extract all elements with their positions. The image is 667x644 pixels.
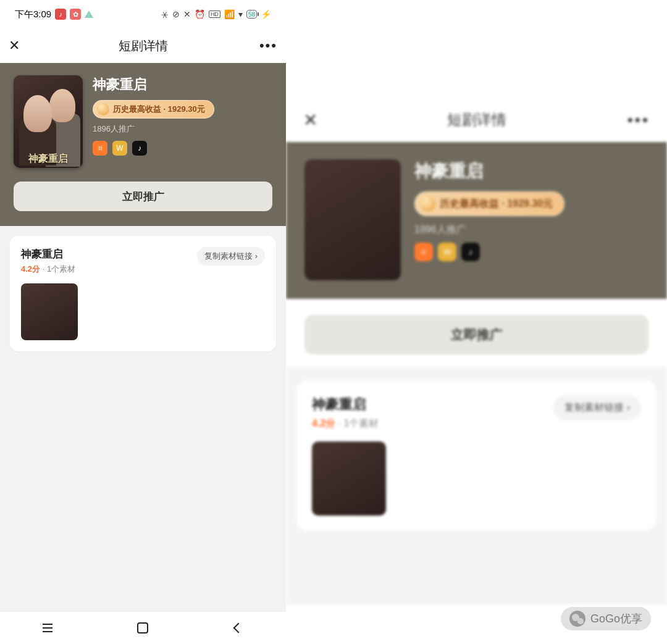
more-icon[interactable]: ••• <box>259 38 277 54</box>
right-hero-section: 神豪重启 神豪重启 历史最高收益 · 1929.30元 1896人推广 ⌗ W … <box>286 142 667 299</box>
promoter-count: 1896人推广 <box>93 123 272 135</box>
nav-menu-button[interactable] <box>40 621 55 635</box>
right-platform-row: ⌗ W ♪ <box>414 243 648 261</box>
android-nav-bar <box>0 612 286 644</box>
right-close-icon[interactable]: ✕ <box>303 110 317 130</box>
right-earnings-badge: 历史最高收益 · 1929.30元 <box>414 191 564 216</box>
wifi-icon: ▾ <box>238 9 243 19</box>
weixin-icon: W <box>112 141 127 156</box>
nav-back-button[interactable] <box>231 621 246 635</box>
right-material-count: 1个素材 <box>344 418 379 429</box>
right-more-icon[interactable]: ••• <box>627 111 650 130</box>
right-weixin-icon: W <box>438 243 456 261</box>
page-title: 短剧详情 <box>0 38 286 54</box>
material-thumbnail[interactable]: 神豪重启 <box>21 283 78 340</box>
drama-title: 神豪重启 <box>93 75 272 94</box>
copy-material-link-button[interactable]: 复制素材链接 › <box>197 247 265 266</box>
right-title-bar: ✕ 短剧详情 ••• <box>286 98 667 142</box>
phone-left-screenshot: 下午3:09 ♪ ✿ ⚹ ⊘ ✕ ⏰ HD 📶 ▾ 58 ⚡ ✕ 短剧详情 ••… <box>0 0 286 644</box>
material-card: 神豪重启 4.2分 · 1个素材 复制素材链接 › 神豪重启 <box>10 236 276 351</box>
right-earnings-text: 历史最高收益 · 1929.30元 <box>440 198 553 211</box>
right-rating-score: 4.2分 <box>312 418 335 429</box>
right-material-thumbnail[interactable]: 神豪重启 <box>312 441 386 516</box>
right-material-card: 神豪重启 4.2分 · 1个素材 复制素材链接 › 神豪重启 <box>297 380 656 530</box>
vibrate-icon: ✕ <box>183 9 191 19</box>
right-card-subtitle: 4.2分 · 1个素材 <box>312 417 379 430</box>
bluetooth-icon: ⚹ <box>161 9 169 20</box>
material-count: 1个素材 <box>47 264 75 274</box>
right-drama-title: 神豪重启 <box>414 159 648 183</box>
wechat-icon <box>569 611 585 627</box>
rating-score: 4.2分 <box>21 264 40 274</box>
status-bar: 下午3:09 ♪ ✿ ⚹ ⊘ ✕ ⏰ HD 📶 ▾ 58 ⚡ <box>0 0 286 28</box>
right-card-title: 神豪重启 <box>312 395 379 414</box>
charging-icon: ⚡ <box>261 9 271 19</box>
right-copy-material-link-button[interactable]: 复制素材链接 › <box>553 395 641 420</box>
drama-cover[interactable]: 神豪重启 <box>14 75 83 168</box>
content-area: 神豪重启 4.2分 · 1个素材 复制素材链接 › 神豪重启 <box>0 226 286 612</box>
alarm-icon: ⏰ <box>195 9 205 19</box>
battery-icon: 58 <box>246 10 257 19</box>
right-promoter-count: 1896人推广 <box>414 224 648 236</box>
right-coin-icon <box>420 196 436 212</box>
card-subtitle: 4.2分 · 1个素材 <box>21 264 75 275</box>
earnings-text: 历史最高收益 · 1929.30元 <box>113 104 205 115</box>
right-drama-cover[interactable]: 神豪重启 <box>304 159 401 280</box>
right-kuaishou-icon: ⌗ <box>414 243 433 261</box>
card-title: 神豪重启 <box>21 247 75 261</box>
douyin-icon: ♪ <box>132 141 147 156</box>
platform-row: ⌗ W ♪ <box>93 141 272 156</box>
promote-now-button[interactable]: 立即推广 <box>14 182 272 211</box>
close-icon[interactable]: ✕ <box>9 38 20 54</box>
earnings-badge: 历史最高收益 · 1929.30元 <box>93 100 214 119</box>
coin-icon <box>97 103 109 115</box>
kuaishou-icon: ⌗ <box>93 141 107 156</box>
cover-caption: 神豪重启 <box>14 153 83 165</box>
watermark-text: GoGo优享 <box>590 611 642 626</box>
right-douyin-icon: ♪ <box>461 243 480 261</box>
hero-section: 神豪重启 神豪重启 历史最高收益 · 1929.30元 1896人推广 ⌗ W … <box>0 63 286 226</box>
status-app-icon-3 <box>85 10 93 18</box>
right-promote-now-button[interactable]: 立即推广 <box>304 315 648 354</box>
status-time: 下午3:09 <box>15 9 51 20</box>
signal-icon: 📶 <box>224 9 235 19</box>
phone-right-enlarged: ✕ 短剧详情 ••• 神豪重启 神豪重启 历史最高收益 · 1929.3 <box>286 0 667 644</box>
right-page-title: 短剧详情 <box>286 110 667 130</box>
watermark: GoGo优享 <box>561 607 651 630</box>
dnd-icon: ⊘ <box>172 9 180 19</box>
title-bar: ✕ 短剧详情 ••• <box>0 28 286 63</box>
status-app-icon-2: ✿ <box>70 9 81 20</box>
hd-icon: HD <box>209 10 220 18</box>
nav-home-button[interactable] <box>135 621 150 635</box>
status-app-icon-1: ♪ <box>55 9 66 20</box>
